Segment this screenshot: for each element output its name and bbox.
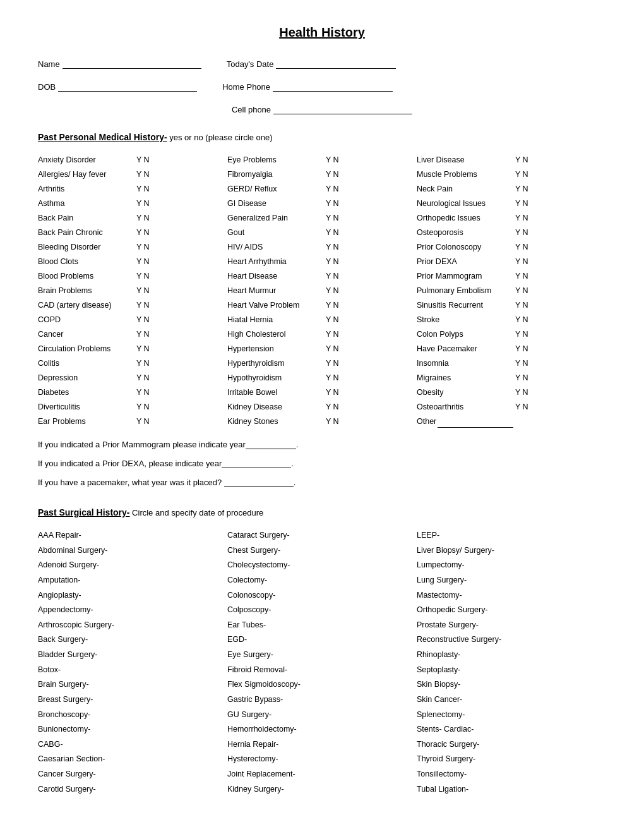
med-name: Back Pain Chronic xyxy=(38,226,133,239)
med-name: Diabetes xyxy=(38,386,133,399)
pacemaker-blank[interactable] xyxy=(224,477,294,487)
surgical-item: Appendectomy- xyxy=(38,603,227,617)
med-name: Blood Problems xyxy=(38,270,133,282)
med-yn: Y N xyxy=(515,183,528,195)
med-yn: Y N xyxy=(136,197,150,210)
surgical-item: Flex Sigmoidoscopy- xyxy=(227,678,417,691)
medical-item: Generalized PainY N xyxy=(227,212,417,224)
surgical-item: Kidney Surgery- xyxy=(227,783,417,796)
dexa-blank[interactable] xyxy=(222,458,291,468)
medical-item: Other xyxy=(417,415,606,428)
home-phone-field-group: Home Phone xyxy=(222,80,393,92)
med-name: Heart Disease xyxy=(227,270,322,282)
surgical-item: Septoplasty- xyxy=(417,663,606,677)
medical-item: ObesityY N xyxy=(417,386,606,399)
medical-item: MigrainesY N xyxy=(417,372,606,384)
surgical-item: Joint Replacement- xyxy=(227,768,417,781)
med-name: Kidney Disease xyxy=(227,401,322,413)
medical-item: Neck PainY N xyxy=(417,183,606,195)
med-name: Gout xyxy=(227,226,322,239)
med-name: Colitis xyxy=(38,357,133,370)
med-yn: Y N xyxy=(515,401,528,413)
cell-phone-label: Cell phone xyxy=(232,105,271,114)
medical-item: GERD/ RefluxY N xyxy=(227,183,417,195)
medical-item: OsteoarthritisY N xyxy=(417,401,606,413)
med-yn: Y N xyxy=(136,255,150,268)
med-yn: Y N xyxy=(326,328,339,341)
medical-item: Sinusitis RecurrentY N xyxy=(417,299,606,311)
surgical-col-2: Cataract Surgery-Chest Surgery-Cholecyst… xyxy=(227,529,417,795)
med-name: High Cholesterol xyxy=(227,328,322,341)
medical-item: StrokeY N xyxy=(417,313,606,326)
date-field-group: Today's Date xyxy=(227,57,397,69)
med-name: Muscle Problems xyxy=(417,168,511,181)
med-name: GERD/ Reflux xyxy=(227,183,322,195)
surgical-item: Colonoscopy- xyxy=(227,589,417,602)
medical-item: ArthritisY N xyxy=(38,183,227,195)
medical-item: Kidney DiseaseY N xyxy=(227,401,417,413)
surgical-item: CABG- xyxy=(38,738,227,751)
dob-label: DOB xyxy=(38,82,56,92)
med-yn: Y N xyxy=(136,313,150,326)
name-date-row: Name Today's Date xyxy=(38,57,606,69)
surgical-item: GU Surgery- xyxy=(227,708,417,722)
medical-item: Orthopedic IssuesY N xyxy=(417,212,606,224)
med-yn: Y N xyxy=(515,372,528,384)
mammogram-blank[interactable] xyxy=(246,439,296,449)
medical-item: Back Pain ChronicY N xyxy=(38,226,227,239)
med-name: Hypertension xyxy=(227,342,322,355)
dob-phone-row: DOB Home Phone xyxy=(38,80,606,92)
med-yn: Y N xyxy=(136,372,150,384)
medical-item: Heart ArrhythmiaY N xyxy=(227,255,417,268)
medical-item: Irritable BowelY N xyxy=(227,386,417,399)
med-yn: Y N xyxy=(515,212,528,224)
name-field-group: Name xyxy=(38,57,201,69)
home-phone-input-line[interactable] xyxy=(273,80,393,92)
med-name: Diverticulitis xyxy=(38,401,133,413)
medical-item: Neurological IssuesY N xyxy=(417,197,606,210)
medical-item: GoutY N xyxy=(227,226,417,239)
medical-item: Muscle ProblemsY N xyxy=(417,168,606,181)
surgical-item: Amputation- xyxy=(38,574,227,587)
med-yn: Y N xyxy=(326,415,339,428)
medical-item: Have PacemakerY N xyxy=(417,342,606,355)
surgical-item: Skin Biopsy- xyxy=(417,678,606,691)
med-name: Brain Problems xyxy=(38,284,133,297)
med-name: Circulation Problems xyxy=(38,342,133,355)
surgical-item: Bronchoscopy- xyxy=(38,708,227,722)
dob-input-line[interactable] xyxy=(58,80,197,92)
name-label: Name xyxy=(38,59,60,69)
medical-item: CAD (artery disease)Y N xyxy=(38,299,227,311)
med-name: Back Pain xyxy=(38,212,133,224)
notes-section: If you indicated a Prior Mammogram pleas… xyxy=(38,439,606,487)
med-name: Heart Arrhythmia xyxy=(227,255,322,268)
med-name: Sinusitis Recurrent xyxy=(417,299,511,311)
todays-date-input-line[interactable] xyxy=(276,57,396,69)
name-input-line[interactable] xyxy=(63,57,201,69)
med-yn: Y N xyxy=(136,154,150,166)
med-yn: Y N xyxy=(136,342,150,355)
med-name: Orthopedic Issues xyxy=(417,212,511,224)
medical-item: Heart MurmurY N xyxy=(227,284,417,297)
cell-phone-field-group: Cell phone xyxy=(232,103,412,114)
surgical-history-subtitle: Circle and specify date of procedure xyxy=(130,508,264,517)
med-yn: Y N xyxy=(136,401,150,413)
medical-item: Colon PolypsY N xyxy=(417,328,606,341)
medical-item: Back PainY N xyxy=(38,212,227,224)
surgical-item: Skin Cancer- xyxy=(417,693,606,706)
medical-item: Pulmonary EmbolismY N xyxy=(417,284,606,297)
med-yn: Y N xyxy=(515,313,528,326)
med-name: Blood Clots xyxy=(38,255,133,268)
surgical-item: Reconstructive Surgery- xyxy=(417,633,606,646)
dob-field-group: DOB xyxy=(38,80,197,92)
med-yn: Y N xyxy=(326,226,339,239)
cell-phone-input-line[interactable] xyxy=(273,103,412,114)
med-name: Migraines xyxy=(417,372,511,384)
surgical-item: Prostate Surgery- xyxy=(417,619,606,632)
med-yn: Y N xyxy=(515,284,528,297)
med-yn: Y N xyxy=(515,255,528,268)
surgical-item: Arthroscopic Surgery- xyxy=(38,619,227,632)
medical-item: Anxiety DisorderY N xyxy=(38,154,227,166)
med-yn: Y N xyxy=(136,212,150,224)
medical-item: HypertensionY N xyxy=(227,342,417,355)
